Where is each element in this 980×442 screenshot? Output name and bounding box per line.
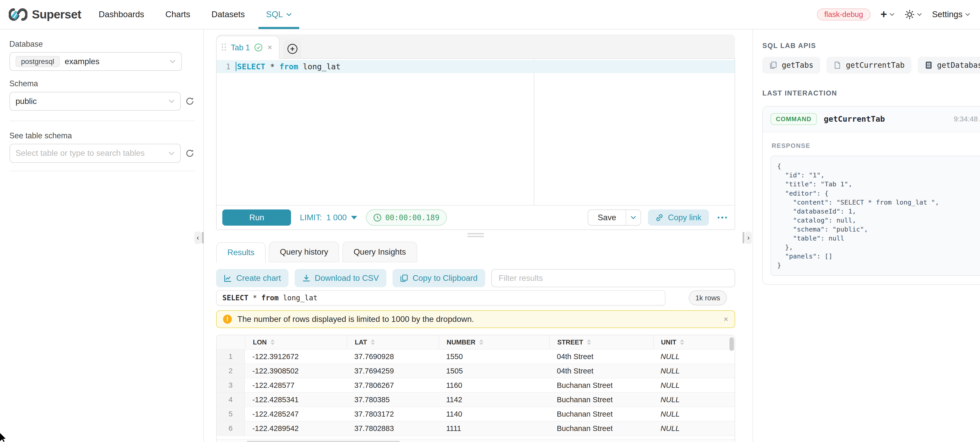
- table-cell: 37.7806267: [347, 378, 439, 392]
- copy-link-button[interactable]: Copy link: [648, 209, 709, 226]
- download-csv-button[interactable]: Download to CSV: [294, 269, 386, 287]
- refresh-icon: [185, 148, 195, 158]
- copy-icon: [400, 274, 408, 282]
- interaction-timestamp: 9:34:48 AM: [954, 115, 980, 123]
- table-cell: 1550: [439, 349, 549, 364]
- create-chart-button[interactable]: Create chart: [216, 269, 288, 287]
- row-number: 1: [217, 349, 245, 364]
- table-cell: 37.7694259: [347, 364, 439, 378]
- sort-icon: [587, 339, 591, 345]
- results-table-body: 1-122.391267237.7690928155004th StreetNU…: [217, 349, 734, 435]
- column-header-unit[interactable]: UNIT: [653, 335, 728, 349]
- superset-logo-icon: [9, 8, 27, 21]
- tab-query-history[interactable]: Query history: [269, 241, 339, 262]
- tab-query-insights[interactable]: Query Insights: [342, 241, 417, 262]
- api-gettabs-button[interactable]: getTabs: [762, 57, 820, 74]
- collapse-sidebar-button[interactable]: ‹: [194, 231, 201, 244]
- table-cell: NULL: [653, 407, 728, 421]
- refresh-schemas-button[interactable]: [185, 97, 195, 106]
- chevron-down-icon: [286, 13, 292, 16]
- table-cell: NULL: [653, 378, 728, 392]
- collapse-panel-button[interactable]: ›: [745, 231, 752, 244]
- filter-results-input[interactable]: [491, 269, 735, 287]
- table-select-placeholder: Select table or type to search tables: [16, 148, 145, 158]
- environment-badge: flask-debug: [817, 8, 870, 21]
- column-header-lon[interactable]: LON: [245, 335, 347, 349]
- timer-value: 00:00:00.189: [385, 213, 439, 222]
- sidebar-drag-handle[interactable]: [202, 232, 204, 243]
- table-vertical-scrollbar[interactable]: [730, 337, 734, 351]
- cabinet-icon: [924, 61, 933, 69]
- sun-icon: [905, 10, 915, 19]
- editor-results-splitter[interactable]: [468, 233, 484, 237]
- results-tab-bar: Results Query history Query Insights: [216, 241, 735, 262]
- table-cell: 1140: [439, 407, 549, 421]
- table-row: 4-122.428534137.7803851142Buchanan Stree…: [217, 392, 734, 407]
- save-options-caret[interactable]: [626, 210, 641, 225]
- api-buttons: getTabs getCurrentTab: [762, 57, 980, 74]
- nav-item-dashboards[interactable]: Dashboards: [99, 0, 144, 29]
- plus-icon: +: [880, 9, 887, 20]
- warning-message: The number of rows displayed is limited …: [237, 314, 474, 324]
- partial-row: [217, 435, 734, 439]
- editor-tab[interactable]: Tab 1 ×: [216, 36, 280, 59]
- drag-handle-icon[interactable]: [222, 44, 226, 51]
- dismiss-warning-icon[interactable]: ×: [724, 314, 729, 324]
- nav-item-sql[interactable]: SQL: [266, 0, 292, 29]
- superset-sql-lab: Superset Dashboards Charts Datasets SQL …: [0, 0, 980, 442]
- table-cell: -122.4285341: [245, 393, 347, 407]
- run-query-button[interactable]: Run: [222, 209, 291, 226]
- nav-item-charts[interactable]: Charts: [165, 0, 190, 29]
- table-cell: 37.7803172: [347, 407, 439, 421]
- table-cell: -122.428577: [245, 378, 347, 392]
- database-select[interactable]: postgresql examples: [10, 52, 182, 71]
- new-item-button[interactable]: +: [880, 9, 895, 20]
- editor-toolbar: Run LIMIT:1 000 00:00:00.189: [217, 205, 734, 230]
- schema-sidebar: Database postgresql examples Schema publ…: [0, 30, 204, 442]
- row-count-badge: 1k rows: [689, 290, 727, 305]
- plus-circle-icon: +: [288, 44, 298, 54]
- more-actions-button[interactable]: [716, 217, 729, 219]
- command-name: getCurrentTab: [824, 115, 885, 123]
- column-header-street[interactable]: STREET: [549, 335, 653, 349]
- scrollbar-thumb[interactable]: [246, 441, 401, 442]
- close-tab-icon[interactable]: ×: [267, 43, 273, 52]
- sort-icon: [270, 339, 275, 345]
- save-split-button: Save: [588, 209, 641, 226]
- table-cell: 1505: [439, 364, 549, 378]
- table-header: LON LAT NUMBER STREET UNIT: [217, 335, 734, 349]
- table-cell: 1111: [439, 421, 549, 435]
- table-horizontal-scrollbar[interactable]: [217, 439, 734, 442]
- api-getcurrenttab-button[interactable]: getCurrentTab: [826, 57, 911, 74]
- sql-lab-api-panel: SQL LAB APIS getTabs getCurrentTab: [752, 30, 980, 442]
- save-button[interactable]: Save: [588, 210, 625, 225]
- table-select[interactable]: Select table or type to search tables: [10, 144, 181, 163]
- query-timer: 00:00:00.189: [366, 209, 447, 226]
- limit-dropdown[interactable]: LIMIT:1 000: [300, 213, 358, 222]
- column-header-lat[interactable]: LAT: [347, 335, 439, 349]
- chevron-down-icon: [630, 215, 636, 219]
- schema-select[interactable]: public: [10, 92, 181, 111]
- superset-logo[interactable]: Superset: [9, 8, 81, 21]
- nav-item-datasets[interactable]: Datasets: [212, 0, 245, 29]
- new-tab-button[interactable]: +: [283, 40, 302, 58]
- command-badge: COMMAND: [770, 113, 817, 125]
- settings-menu[interactable]: Settings: [932, 10, 970, 19]
- apis-section-title: SQL LAB APIS: [762, 42, 980, 50]
- schema-value: public: [16, 97, 37, 106]
- column-header-number[interactable]: NUMBER: [439, 335, 549, 349]
- sort-icon: [479, 339, 483, 345]
- table-cell: -122.4285247: [245, 407, 347, 421]
- api-getdatabases-button[interactable]: getDatabases: [918, 57, 980, 74]
- panel-drag-handle[interactable]: [743, 232, 745, 243]
- sql-code-editor[interactable]: 1 SELECT * from long_lat: [217, 59, 734, 205]
- chevron-down-icon: [917, 13, 922, 16]
- copy-clipboard-button[interactable]: Copy to Clipboard: [393, 269, 485, 287]
- nav-menu: Dashboards Charts Datasets SQL: [99, 0, 292, 29]
- pages-icon: [769, 61, 778, 69]
- refresh-tables-button[interactable]: [185, 148, 195, 158]
- theme-toggle[interactable]: [905, 10, 922, 19]
- last-interaction-card: COMMAND getCurrentTab 9:34:48 AM RESPONS…: [762, 106, 980, 285]
- tab-results[interactable]: Results: [216, 242, 266, 263]
- table-cell: 1160: [439, 378, 549, 392]
